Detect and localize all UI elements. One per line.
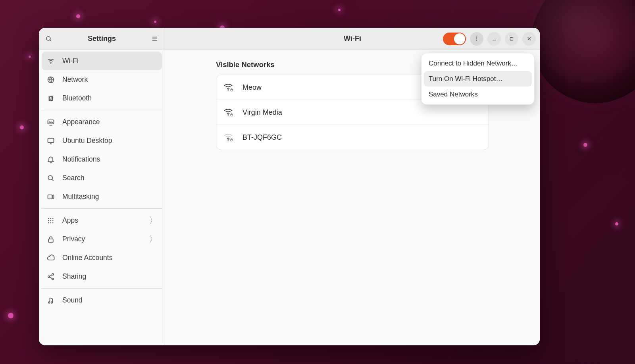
sidebar-navlist: Wi-FiNetworkBluetoothAppearanceUbuntu De…	[39, 50, 165, 311]
sidebar-separator	[42, 208, 162, 209]
window-maximize-button[interactable]	[505, 32, 518, 46]
svg-rect-43	[231, 139, 233, 141]
sidebar-item-wi-fi[interactable]: Wi-Fi	[42, 52, 162, 70]
wallpaper-star	[583, 143, 587, 147]
popover-item-label: Connect to Hidden Network…	[429, 60, 518, 67]
wifi-signal-icon	[223, 133, 234, 142]
hamburger-icon	[151, 35, 158, 42]
svg-line-27	[50, 275, 52, 276]
sidebar-item-label: Sound	[62, 296, 83, 304]
svg-point-5	[50, 63, 51, 64]
search-icon	[45, 35, 52, 42]
svg-point-40	[227, 114, 229, 116]
svg-point-17	[48, 220, 49, 221]
maximize-icon	[509, 37, 514, 41]
sidebar-item-label: Appearance	[62, 118, 100, 126]
sidebar-item-search[interactable]: Search	[42, 169, 162, 187]
svg-rect-9	[48, 138, 54, 143]
sidebar-item-label: Network	[62, 75, 88, 84]
header-controls	[443, 32, 536, 46]
popover-item-label: Saved Networks	[429, 91, 478, 98]
svg-point-20	[48, 222, 49, 223]
svg-rect-35	[510, 37, 513, 40]
popover-item-label: Turn On Wi-Fi Hotspot…	[429, 75, 502, 83]
svg-point-18	[50, 220, 52, 221]
wifi-toggle[interactable]	[443, 33, 466, 45]
svg-point-26	[52, 278, 54, 279]
svg-point-32	[476, 38, 477, 39]
apps-icon	[46, 217, 55, 224]
lock-icon	[46, 235, 55, 243]
main-header: Wi-Fi	[165, 28, 540, 50]
sidebar-item-privacy[interactable]: Privacy〉	[42, 230, 162, 248]
popover-item[interactable]: Turn On Wi-Fi Hotspot…	[424, 71, 532, 87]
sidebar-item-sound[interactable]: Sound	[42, 291, 162, 310]
network-icon	[46, 76, 55, 84]
sidebar-item-label: Notifications	[62, 155, 100, 164]
chevron-right-icon: 〉	[149, 215, 157, 226]
svg-rect-12	[48, 195, 52, 199]
kebab-icon	[473, 36, 480, 42]
window-minimize-button[interactable]	[487, 32, 501, 46]
sidebar-item-notifications[interactable]: Notifications	[42, 150, 162, 169]
svg-rect-39	[231, 89, 233, 91]
network-ssid: BT-JQF6GC	[242, 133, 282, 142]
popover-item[interactable]: Connect to Hidden Network…	[424, 56, 532, 71]
wallpaper-star	[615, 222, 618, 225]
svg-point-24	[48, 275, 50, 277]
svg-line-1	[50, 40, 51, 41]
sidebar-title: Settings	[88, 35, 116, 43]
desktop-icon	[46, 137, 55, 145]
svg-point-16	[52, 218, 54, 219]
svg-point-42	[227, 139, 229, 141]
svg-point-25	[52, 273, 54, 275]
sidebar-item-appearance[interactable]: Appearance	[42, 113, 162, 131]
sidebar-item-label: Wi-Fi	[62, 57, 79, 65]
wifi-toggle-knob	[454, 33, 465, 44]
network-ssid: Meow	[242, 83, 262, 92]
main-panel: Wi-Fi	[165, 28, 540, 345]
svg-point-22	[52, 222, 54, 223]
wallpaper-star	[154, 21, 156, 23]
sidebar-item-label: Privacy	[62, 235, 85, 243]
svg-point-19	[52, 220, 54, 221]
search-icon	[46, 174, 55, 182]
wallpaper-star	[8, 313, 13, 318]
sidebar-item-multitasking[interactable]: Multitasking	[42, 187, 162, 206]
bluetooth-icon	[46, 94, 55, 102]
sidebar-item-bluetooth[interactable]: Bluetooth	[42, 89, 162, 108]
sidebar-item-online-accounts[interactable]: Online Accounts	[42, 248, 162, 267]
svg-rect-8	[48, 120, 54, 124]
wallpaper-star	[20, 125, 24, 129]
wifi-signal-icon	[223, 83, 234, 92]
popover-item[interactable]: Saved Networks	[424, 87, 532, 102]
sidebar-item-sharing[interactable]: Sharing	[42, 267, 162, 286]
wifi-icon	[46, 57, 55, 65]
sidebar-search-button[interactable]	[42, 32, 56, 46]
share-icon	[46, 273, 55, 281]
wifi-more-menu-button[interactable]	[470, 32, 483, 46]
sidebar-item-label: Bluetooth	[62, 94, 92, 102]
chevron-right-icon: 〉	[149, 234, 157, 245]
wifi-signal-icon	[223, 108, 234, 117]
svg-point-0	[46, 37, 50, 40]
svg-point-33	[476, 40, 477, 41]
svg-line-28	[50, 277, 52, 279]
sidebar-item-label: Online Accounts	[62, 254, 112, 262]
cloud-icon	[46, 254, 55, 262]
settings-sidebar: Settings Wi-FiNetworkBluetoothAppearance…	[39, 28, 165, 345]
wallpaper-star	[338, 9, 341, 11]
close-icon	[527, 36, 532, 41]
sidebar-item-apps[interactable]: Apps〉	[42, 211, 162, 230]
sidebar-menu-button[interactable]	[148, 32, 162, 46]
page-title: Wi-Fi	[344, 35, 361, 43]
svg-point-14	[48, 218, 49, 219]
window-close-button[interactable]	[522, 32, 536, 46]
svg-point-31	[476, 37, 477, 37]
network-row[interactable]: BT-JQF6GC	[216, 125, 489, 150]
sidebar-item-ubuntu-desktop[interactable]: Ubuntu Desktop	[42, 131, 162, 150]
sidebar-item-label: Sharing	[62, 272, 86, 281]
svg-point-10	[48, 175, 52, 180]
network-ssid: Virgin Media	[242, 108, 282, 117]
sidebar-item-network[interactable]: Network	[42, 70, 162, 89]
